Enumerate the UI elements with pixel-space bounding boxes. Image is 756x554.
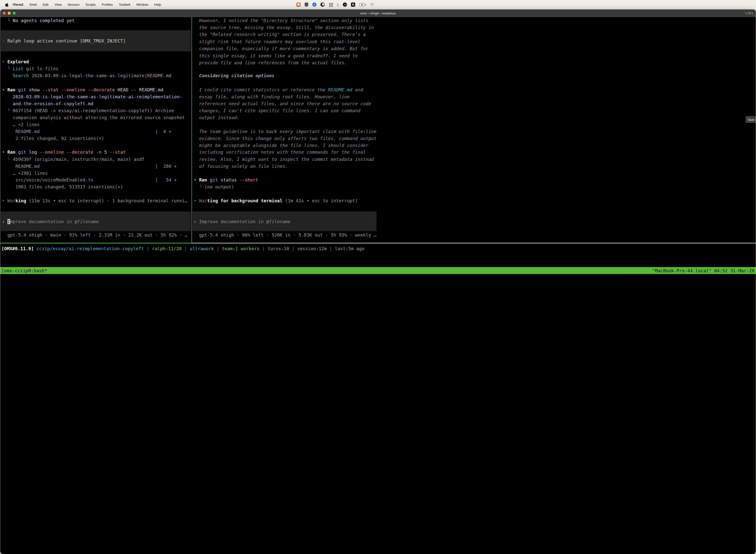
- menu-toolbelt[interactable]: Toolbelt: [116, 3, 133, 6]
- terminal-line: gpt-5.4 xhigh · 96% left · 520K in · 5.8…: [194, 232, 377, 238]
- terminal-line: changes, I can't cite specific file line…: [194, 107, 360, 114]
- omx-status-line: [OMX#0.11.9] cczip/essay/ai-reimplementa…: [1, 245, 364, 252]
- terminal-line: └ (no output): [194, 183, 234, 190]
- tmux-vertical-pane-border[interactable]: [191, 17, 192, 243]
- terminal-line: src/voice/voiceModeEnabled.ts | 54 +: [2, 176, 177, 183]
- terminal-line: essay file, along with finding root file…: [194, 93, 350, 100]
- menu-view[interactable]: View: [52, 3, 65, 6]
- menu-scripts[interactable]: Scripts: [82, 3, 99, 6]
- terminal-line: • Ran git status --short: [194, 176, 258, 183]
- terminal-line: … +2 lines: [2, 121, 40, 128]
- terminal-line: companion analysis without altering the …: [2, 114, 185, 121]
- terminal-line: └ List git ls-files: [2, 65, 59, 72]
- menubar-status-icons: ⚡§..61A: [296, 2, 375, 7]
- terminal-line: • Explored: [2, 58, 29, 65]
- terminal-content: └ No agents completed yet› Ralph loop ac…: [0, 17, 378, 277]
- terminal-line: › Improve documentation in @filename: [194, 218, 291, 225]
- menu-iterm2[interactable]: iTerm2: [11, 3, 26, 6]
- terminal-line: review. Also, I might want to inspect th…: [194, 156, 374, 163]
- terminal-line: this single essay, it seems like a good …: [194, 52, 358, 59]
- wifi-icon[interactable]: [370, 3, 375, 6]
- terminal-line: companion file, especially if more comme…: [194, 45, 368, 52]
- tmux-status-bar: [omx-cczip0:bash* "MacBook-Pro-44.local"…: [0, 267, 378, 274]
- terminal-line: the source tree, missing the essay. Stil…: [194, 24, 374, 31]
- menu-window[interactable]: Window: [133, 3, 151, 6]
- terminal-line: of focusing solely on file lines.: [194, 163, 288, 170]
- terminal-line: 2 files changed, 92 insertions(+): [2, 135, 104, 142]
- window-title-bar[interactable]: omx --xhigh --madmax ⌥⌘1: [0, 9, 378, 17]
- terminal-line: including verification notes with those …: [194, 149, 366, 156]
- terminal-line: might be acceptable alongside the file l…: [194, 142, 368, 149]
- menu-edit[interactable]: Edit: [40, 3, 51, 6]
- terminal-pane-right[interactable]: However, I noticed the "Directory Struct…: [192, 17, 377, 243]
- terminal-line: 1903 files changed, 513517 insertions(+): [2, 183, 123, 190]
- terminal-line: slight risk that future readers may over…: [194, 38, 360, 45]
- terminal-line: • Working (11m 13s • esc to interrupt) ·…: [2, 197, 188, 204]
- terminal-line: Search 2026-03-09-is-legal-the-same-as-l…: [2, 72, 171, 79]
- timer-badge-icon[interactable]: ..61: [343, 2, 347, 7]
- terminal-line: references need actual files, and since …: [194, 100, 371, 107]
- terminal-line: › Ralph loop active continue [OMX_TMUX_I…: [2, 38, 126, 44]
- terminal-line: README.md | 280 +: [2, 163, 177, 170]
- window-title: omx --xhigh --madmax: [360, 11, 378, 15]
- terminal-line: provide file and line references from th…: [194, 59, 347, 66]
- menu-profiles[interactable]: Profiles: [99, 3, 116, 6]
- terminal-line: 2026-03-09-is-legal-the-same-as-legitima…: [2, 93, 182, 100]
- traffic-lights: [3, 12, 16, 15]
- tmux-horizontal-border-left: [0, 243, 192, 243]
- bolt-badge-icon[interactable]: ⚡: [312, 2, 316, 7]
- zoom-button[interactable]: [13, 12, 16, 15]
- terminal-line: └ 4b9d30f (origin/main, instructkr/main,…: [2, 156, 144, 163]
- minimize-button[interactable]: [8, 12, 11, 15]
- menu-items: iTerm2ShellEditViewSessionScriptsProfile…: [11, 3, 164, 6]
- terminal-line: └ No agents completed yet: [2, 17, 75, 24]
- tmux-session-window: [omx-cczip0:bash*: [1, 268, 47, 273]
- macos-menu-bar: iTerm2ShellEditViewSessionScriptsProfile…: [0, 0, 378, 9]
- terminal-line: output instead.: [194, 114, 239, 121]
- menu-session[interactable]: Session: [65, 3, 82, 6]
- terminal-line: • Waiting for background terminal (1m 41…: [194, 197, 358, 204]
- terminal-line: • Ran git log --oneline --decorate -n 5 …: [2, 149, 126, 156]
- squiggle-icon[interactable]: §: [337, 2, 339, 7]
- terminal-line: evidence. Since this change only affects…: [194, 135, 377, 142]
- terminal-line: › Improve documentation in @filename: [2, 218, 99, 225]
- terminal-line: … +1901 lines: [2, 170, 48, 177]
- battery-icon[interactable]: [359, 3, 366, 6]
- tmux-horizontal-border-right: [192, 243, 378, 243]
- keyboard-shield-icon[interactable]: [305, 2, 308, 7]
- terminal-line: the "Related research writing" section i…: [194, 31, 366, 38]
- terminal-line: README.md | 4 +: [2, 128, 171, 135]
- terminal-line: └ 067f154 (HEAD -> essay/ai-reimplementa…: [2, 107, 174, 114]
- terminal-line: • Ran git show --stat --oneline --decora…: [2, 87, 163, 93]
- terminal-line: Considering citation options: [194, 72, 274, 79]
- terminal-line: However, I noticed the "Directory Struct…: [194, 17, 368, 24]
- chat-app-icon[interactable]: [296, 2, 301, 7]
- apple-menu-icon[interactable]: [5, 2, 9, 7]
- terminal-line: gpt-5.4 xhigh · main · 91% left · 2.31M …: [2, 232, 188, 238]
- close-button[interactable]: [3, 12, 6, 15]
- terminal-line: I could cite commit statistics or refere…: [194, 87, 363, 93]
- iterm2-window: omx --xhigh --madmax ⌥⌘1 └ No agents com…: [0, 9, 378, 277]
- terminal-line: and-the-erosion-of-copyleft.md: [2, 100, 93, 107]
- moon-disc-icon[interactable]: [320, 2, 325, 7]
- a-app-icon[interactable]: A: [351, 2, 355, 7]
- dots-grid-icon[interactable]: [329, 2, 333, 7]
- menu-help[interactable]: Help: [151, 3, 164, 6]
- menu-shell[interactable]: Shell: [26, 3, 40, 6]
- terminal-line: The team guideline is to back every impo…: [194, 128, 377, 135]
- terminal-pane-left[interactable]: └ No agents completed yet› Ralph loop ac…: [0, 17, 191, 243]
